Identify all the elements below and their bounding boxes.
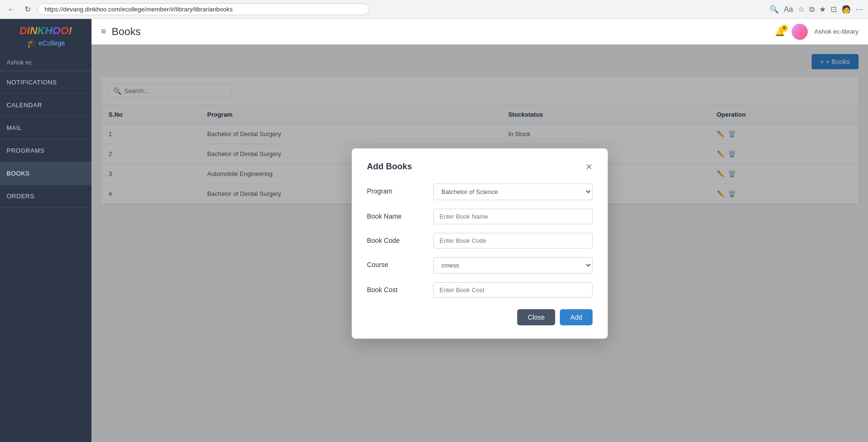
browser-bar: ← ↻ https://devang.dinkhoo.com/ecollege/… xyxy=(0,0,868,19)
sidebar-item-notifications[interactable]: NOTIFICATIONS xyxy=(0,71,91,94)
main-content: + + Books 🔍 S.No Program Stockstatu xyxy=(91,45,868,442)
book-cost-label: Book Cost xyxy=(367,282,424,294)
user-name: Ashok ec-library xyxy=(814,28,859,35)
modal-overlay: Add Books ✕ Program Batchelor of Science… xyxy=(91,45,868,442)
search-icon[interactable]: 🔍 xyxy=(769,5,779,14)
book-name-input[interactable] xyxy=(433,209,593,224)
logo-ecollege: 🎓 eCollege xyxy=(6,38,86,48)
read-icon[interactable]: Aa xyxy=(784,5,793,14)
add-books-modal: Add Books ✕ Program Batchelor of Science… xyxy=(352,148,608,339)
book-name-label: Book Name xyxy=(367,209,424,220)
close-button[interactable]: Close xyxy=(517,309,555,325)
ecollege-text: eCollege xyxy=(39,39,65,47)
sidebar-user: Ashok ec xyxy=(0,54,91,71)
modal-footer: Close Add xyxy=(367,309,593,325)
form-row-course: Course cmess other xyxy=(367,257,593,274)
program-label: Program xyxy=(367,184,424,195)
hamburger-icon[interactable]: ≡ xyxy=(101,27,106,37)
topbar-right: 🔔 8 Ashok ec-library xyxy=(775,24,859,40)
collections-icon[interactable]: ⊡ xyxy=(831,5,837,14)
page-title: Books xyxy=(112,26,141,38)
form-row-book-code: Book Code xyxy=(367,233,593,249)
reload-button[interactable]: ↻ xyxy=(22,3,34,16)
book-cost-input[interactable] xyxy=(433,282,593,298)
bookmark-icon[interactable]: ☆ xyxy=(798,5,804,14)
sidebar: DINKHOO! 🎓 eCollege Ashok ec NOTIFICATIO… xyxy=(0,19,91,442)
logo-dinkhoo: DINKHOO! xyxy=(6,25,86,37)
sidebar-nav: NOTIFICATIONS CALENDAR MAIL PROGRAMS BOO… xyxy=(0,71,91,208)
sidebar-item-mail[interactable]: MAIL xyxy=(0,117,91,139)
modal-header: Add Books ✕ xyxy=(367,162,593,172)
course-select[interactable]: cmess other xyxy=(433,257,593,274)
course-label: Course xyxy=(367,257,424,268)
cap-icon: 🎓 xyxy=(27,38,37,48)
back-button[interactable]: ← xyxy=(5,3,18,16)
notification-badge: 8 xyxy=(781,25,788,32)
book-code-input[interactable] xyxy=(433,233,593,249)
form-row-book-cost: Book Cost xyxy=(367,282,593,298)
book-code-label: Book Code xyxy=(367,233,424,244)
notification-button[interactable]: 🔔 8 xyxy=(775,27,785,37)
form-row-program: Program Batchelor of Science Bachelor of… xyxy=(367,184,593,200)
modal-title: Add Books xyxy=(367,162,412,172)
program-select[interactable]: Batchelor of Science Bachelor of Dental … xyxy=(433,184,593,200)
url-bar[interactable]: https://devang.dinkhoo.com/ecollege/memb… xyxy=(37,3,369,15)
more-icon[interactable]: ⋯ xyxy=(856,5,863,14)
form-row-book-name: Book Name xyxy=(367,209,593,224)
sidebar-item-programs[interactable]: PROGRAMS xyxy=(0,139,91,162)
sidebar-logo: DINKHOO! 🎓 eCollege xyxy=(0,19,91,54)
modal-close-button[interactable]: ✕ xyxy=(585,162,593,172)
add-button[interactable]: Add xyxy=(560,309,593,325)
avatar xyxy=(792,24,808,40)
favorites-icon[interactable]: ★ xyxy=(819,5,826,14)
topbar: ≡ Books 🔔 8 Ashok ec-library xyxy=(91,19,868,45)
split-icon[interactable]: ⧉ xyxy=(809,5,814,14)
profile-icon[interactable]: 🧑 xyxy=(841,5,851,14)
sidebar-item-orders[interactable]: ORDERS xyxy=(0,185,91,208)
sidebar-item-calendar[interactable]: CALENDAR xyxy=(0,94,91,117)
sidebar-item-books[interactable]: BOOKS xyxy=(0,162,91,185)
